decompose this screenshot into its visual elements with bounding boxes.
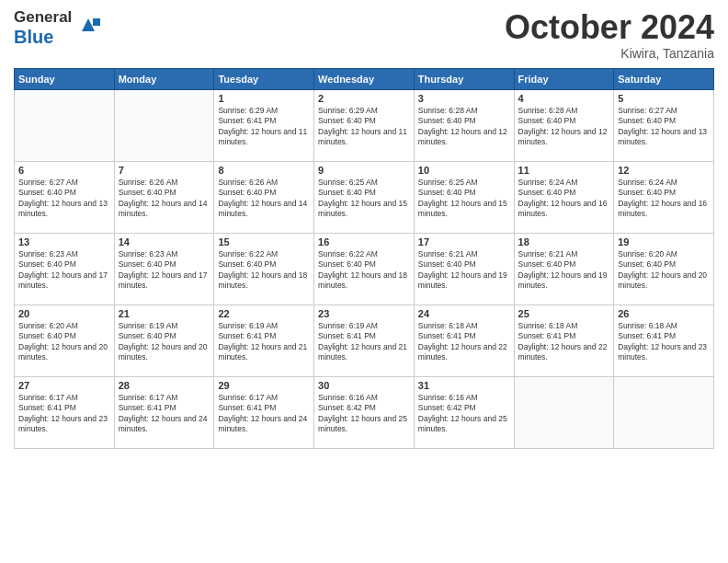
daylight-text: Daylight: 12 hours and 12 minutes. xyxy=(418,127,510,148)
daylight-text: Daylight: 12 hours and 18 minutes. xyxy=(318,270,410,292)
day-number: 27 xyxy=(18,380,110,391)
cell-w4-d4: 23Sunrise: 6:19 AMSunset: 6:41 PMDayligh… xyxy=(314,304,415,376)
sunset-text: Sunset: 6:41 PM xyxy=(318,331,410,341)
day-number: 26 xyxy=(618,308,710,319)
cell-w4-d6: 25Sunrise: 6:18 AMSunset: 6:41 PMDayligh… xyxy=(514,304,614,376)
day-info: Sunrise: 6:21 AMSunset: 6:40 PMDaylight:… xyxy=(518,249,610,292)
sunrise-text: Sunrise: 6:23 AM xyxy=(119,249,210,259)
day-info: Sunrise: 6:28 AMSunset: 6:40 PMDaylight:… xyxy=(518,106,610,148)
day-info: Sunrise: 6:28 AMSunset: 6:40 PMDaylight:… xyxy=(418,106,510,148)
logo-blue: Blue xyxy=(14,27,53,47)
day-number: 14 xyxy=(119,236,210,247)
location: Kiwira, Tanzania xyxy=(505,46,714,61)
logo-area: General Blue xyxy=(14,9,102,47)
sunrise-text: Sunrise: 6:18 AM xyxy=(618,321,710,331)
daylight-text: Daylight: 12 hours and 11 minutes. xyxy=(218,127,310,148)
day-number: 15 xyxy=(218,236,310,247)
sunset-text: Sunset: 6:40 PM xyxy=(318,116,410,126)
day-number: 19 xyxy=(618,236,710,247)
cell-w3-d6: 18Sunrise: 6:21 AMSunset: 6:40 PMDayligh… xyxy=(514,233,614,304)
daylight-text: Daylight: 12 hours and 24 minutes. xyxy=(119,414,210,435)
day-info: Sunrise: 6:19 AMSunset: 6:41 PMDaylight:… xyxy=(218,321,310,363)
cell-w4-d2: 21Sunrise: 6:19 AMSunset: 6:40 PMDayligh… xyxy=(114,304,214,376)
daylight-text: Daylight: 12 hours and 12 minutes. xyxy=(518,127,610,148)
sunrise-text: Sunrise: 6:26 AM xyxy=(218,178,310,188)
daylight-text: Daylight: 12 hours and 17 minutes. xyxy=(119,270,210,292)
day-info: Sunrise: 6:16 AMSunset: 6:42 PMDaylight:… xyxy=(418,393,510,435)
sunset-text: Sunset: 6:40 PM xyxy=(518,259,610,270)
logo-general: General xyxy=(14,8,72,26)
cell-w3-d1: 13Sunrise: 6:23 AMSunset: 6:40 PMDayligh… xyxy=(15,233,115,304)
day-info: Sunrise: 6:26 AMSunset: 6:40 PMDaylight:… xyxy=(119,178,210,220)
sunset-text: Sunset: 6:40 PM xyxy=(418,259,510,270)
sunrise-text: Sunrise: 6:21 AM xyxy=(518,249,610,259)
sunrise-text: Sunrise: 6:16 AM xyxy=(418,393,510,403)
cell-w5-d2: 28Sunrise: 6:17 AMSunset: 6:41 PMDayligh… xyxy=(114,376,214,448)
cell-w1-d4: 2Sunrise: 6:29 AMSunset: 6:40 PMDaylight… xyxy=(314,89,415,161)
sunset-text: Sunset: 6:41 PM xyxy=(18,403,110,413)
sunset-text: Sunset: 6:42 PM xyxy=(318,403,410,413)
daylight-text: Daylight: 12 hours and 11 minutes. xyxy=(318,127,410,148)
month-title: October 2024 xyxy=(505,9,714,46)
daylight-text: Daylight: 12 hours and 17 minutes. xyxy=(18,270,110,292)
day-number: 11 xyxy=(518,165,610,176)
daylight-text: Daylight: 12 hours and 23 minutes. xyxy=(618,342,710,363)
col-friday: Friday xyxy=(514,68,614,89)
cell-w2-d1: 6Sunrise: 6:27 AMSunset: 6:40 PMDaylight… xyxy=(15,161,115,233)
day-number: 3 xyxy=(418,93,510,104)
day-info: Sunrise: 6:24 AMSunset: 6:40 PMDaylight:… xyxy=(618,178,710,220)
cell-w3-d2: 14Sunrise: 6:23 AMSunset: 6:40 PMDayligh… xyxy=(114,233,214,304)
daylight-text: Daylight: 12 hours and 16 minutes. xyxy=(618,199,710,220)
sunset-text: Sunset: 6:41 PM xyxy=(218,331,310,341)
day-info: Sunrise: 6:26 AMSunset: 6:40 PMDaylight:… xyxy=(218,178,310,220)
sunset-text: Sunset: 6:40 PM xyxy=(119,259,210,270)
sunrise-text: Sunrise: 6:19 AM xyxy=(318,321,410,331)
cell-w1-d3: 1Sunrise: 6:29 AMSunset: 6:41 PMDaylight… xyxy=(214,89,314,161)
daylight-text: Daylight: 12 hours and 18 minutes. xyxy=(218,270,310,292)
daylight-text: Daylight: 12 hours and 14 minutes. xyxy=(218,199,310,220)
sunrise-text: Sunrise: 6:29 AM xyxy=(318,106,410,116)
cell-w5-d4: 30Sunrise: 6:16 AMSunset: 6:42 PMDayligh… xyxy=(314,376,415,448)
day-number: 12 xyxy=(618,165,710,176)
cell-w4-d5: 24Sunrise: 6:18 AMSunset: 6:41 PMDayligh… xyxy=(414,304,514,376)
cell-w3-d4: 16Sunrise: 6:22 AMSunset: 6:40 PMDayligh… xyxy=(314,233,415,304)
cell-w1-d1 xyxy=(15,89,115,161)
sunrise-text: Sunrise: 6:26 AM xyxy=(119,178,210,188)
day-number: 8 xyxy=(218,165,310,176)
daylight-text: Daylight: 12 hours and 21 minutes. xyxy=(318,342,410,363)
sunset-text: Sunset: 6:40 PM xyxy=(518,116,610,126)
cell-w3-d7: 19Sunrise: 6:20 AMSunset: 6:40 PMDayligh… xyxy=(614,233,714,304)
day-info: Sunrise: 6:27 AMSunset: 6:40 PMDaylight:… xyxy=(18,178,110,220)
cell-w3-d3: 15Sunrise: 6:22 AMSunset: 6:40 PMDayligh… xyxy=(214,233,314,304)
daylight-text: Daylight: 12 hours and 16 minutes. xyxy=(518,199,610,220)
day-number: 7 xyxy=(119,165,210,176)
day-info: Sunrise: 6:16 AMSunset: 6:42 PMDaylight:… xyxy=(318,393,410,435)
cell-w2-d4: 9Sunrise: 6:25 AMSunset: 6:40 PMDaylight… xyxy=(314,161,415,233)
sunset-text: Sunset: 6:41 PM xyxy=(218,403,310,413)
sunrise-text: Sunrise: 6:20 AM xyxy=(618,249,710,259)
sunrise-text: Sunrise: 6:17 AM xyxy=(18,393,110,403)
calendar-table: Sunday Monday Tuesday Wednesday Thursday… xyxy=(14,68,714,449)
sunset-text: Sunset: 6:40 PM xyxy=(18,188,110,198)
day-info: Sunrise: 6:25 AMSunset: 6:40 PMDaylight:… xyxy=(318,178,410,220)
sunset-text: Sunset: 6:42 PM xyxy=(418,403,510,413)
day-info: Sunrise: 6:25 AMSunset: 6:40 PMDaylight:… xyxy=(418,178,510,220)
sunrise-text: Sunrise: 6:20 AM xyxy=(18,321,110,331)
day-number: 31 xyxy=(418,380,510,391)
cell-w5-d6 xyxy=(514,376,614,448)
col-saturday: Saturday xyxy=(614,68,714,89)
day-number: 24 xyxy=(418,308,510,319)
sunrise-text: Sunrise: 6:18 AM xyxy=(418,321,510,331)
sunset-text: Sunset: 6:40 PM xyxy=(119,331,210,341)
sunset-text: Sunset: 6:40 PM xyxy=(18,331,110,341)
sunset-text: Sunset: 6:40 PM xyxy=(418,116,510,126)
sunrise-text: Sunrise: 6:22 AM xyxy=(218,249,310,259)
sunset-text: Sunset: 6:41 PM xyxy=(418,331,510,341)
day-info: Sunrise: 6:27 AMSunset: 6:40 PMDaylight:… xyxy=(618,106,710,148)
daylight-text: Daylight: 12 hours and 19 minutes. xyxy=(418,270,510,292)
sunrise-text: Sunrise: 6:23 AM xyxy=(18,249,110,259)
day-info: Sunrise: 6:23 AMSunset: 6:40 PMDaylight:… xyxy=(119,249,210,292)
cell-w1-d5: 3Sunrise: 6:28 AMSunset: 6:40 PMDaylight… xyxy=(414,89,514,161)
week-row-1: 1Sunrise: 6:29 AMSunset: 6:41 PMDaylight… xyxy=(15,89,714,161)
svg-marker-0 xyxy=(82,18,95,31)
